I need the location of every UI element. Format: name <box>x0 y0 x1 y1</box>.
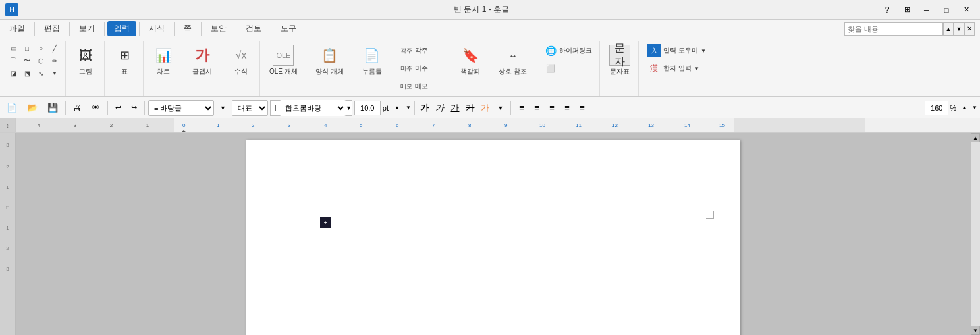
search-input[interactable] <box>844 22 943 36</box>
menu-review[interactable]: 검토 <box>239 21 268 36</box>
font-size-up-btn[interactable]: ▲ <box>391 100 400 116</box>
memo-btn[interactable]: 메모 메모 <box>396 78 447 95</box>
shape-down-btn[interactable]: ▼ <box>48 67 61 79</box>
open-btn[interactable]: 📂 <box>23 100 41 116</box>
charmap-btn[interactable]: 문자 문자표 <box>605 42 634 79</box>
font-more-btn[interactable]: ▼ <box>494 100 507 116</box>
menu-file[interactable]: 파일 <box>3 21 32 36</box>
para-select[interactable]: 대표 <box>232 100 268 116</box>
help-button[interactable]: ? <box>879 3 896 16</box>
search-close-button[interactable]: ✕ <box>964 22 975 36</box>
shape-line-btn[interactable]: ╱ <box>48 42 61 54</box>
chart-btn[interactable]: 📊 차트 <box>149 42 178 79</box>
document-area[interactable]: + <box>16 133 971 335</box>
shape-poly-btn[interactable]: ⬡ <box>34 55 47 66</box>
shape-arc-btn[interactable]: ⌒ <box>7 55 20 66</box>
crossref-btn[interactable]: ↔ 상호 참조 <box>495 42 531 79</box>
strikethrough-btn[interactable]: 가 <box>464 100 477 116</box>
clipart-btn[interactable]: 가 글맵시 <box>188 42 217 79</box>
menu-page[interactable]: 쪽 <box>177 21 198 36</box>
search-up-button[interactable]: ▲ <box>943 22 954 36</box>
shape-more1-btn[interactable]: ◪ <box>7 67 20 79</box>
outline-btn[interactable]: 가 <box>479 100 492 116</box>
shape-square-btn[interactable]: □ <box>20 42 34 54</box>
bookmark-icon: 🔖 <box>460 45 481 66</box>
print-btn[interactable]: 🖨 <box>69 100 86 116</box>
footnote-btn[interactable]: 각주 각주 <box>396 42 447 59</box>
undo-btn[interactable]: ↩ <box>111 100 125 116</box>
scroll-track[interactable] <box>971 142 980 326</box>
shape-circle-btn[interactable]: ○ <box>34 42 47 54</box>
bookmark-btn[interactable]: 🔖 책갈피 <box>456 42 485 79</box>
input-helper-btn[interactable]: 入 입력 도우미 ▼ <box>644 42 709 59</box>
svg-marker-20 <box>180 130 188 132</box>
shape-more2-btn[interactable]: ⬔ <box>20 67 34 79</box>
table-btn[interactable]: ⊞ 표 <box>110 42 139 79</box>
minimize-button[interactable]: ─ <box>918 3 935 16</box>
document-page[interactable]: + <box>246 140 740 335</box>
hanja-input-btn[interactable]: 漢 한자 입력 ▼ <box>644 60 709 77</box>
underline-btn[interactable]: 가 <box>449 100 462 116</box>
italic-btn[interactable]: 가 <box>433 100 447 116</box>
menu-bar: 파일 편집 보기 입력 서식 쪽 보안 검토 도구 <box>0 20 306 38</box>
input-helper-icon: 入 <box>647 44 661 57</box>
endnote-btn[interactable]: 미주 미주 <box>396 60 447 77</box>
font-size-down-btn[interactable]: ▼ <box>402 100 411 116</box>
form-btn[interactable]: 📋 양식 개체 <box>312 42 348 79</box>
hyperlink-btn[interactable]: 🌐 하이퍼링크 <box>541 42 595 59</box>
style-select[interactable]: ≡ 바탕글 <box>148 100 214 116</box>
horizontal-ruler: -4 -3 -2 -1 0 1 2 3 4 5 6 7 8 9 10 11 12… <box>16 118 980 132</box>
zoom-input[interactable] <box>925 101 948 115</box>
shape-curve-btn[interactable]: 〜 <box>20 55 34 66</box>
search-down-button[interactable]: ▼ <box>954 22 964 36</box>
ribbon-group-ole: OLE OLE 개체 <box>261 41 306 96</box>
align-buttons: ≡ ≡ ≡ ≡ ≡ <box>514 101 589 115</box>
input-helper-arrow: ▼ <box>701 48 706 54</box>
preview-btn[interactable]: 👁 <box>88 100 104 116</box>
menu-format[interactable]: 서식 <box>142 21 171 36</box>
svg-text:4: 4 <box>324 122 327 128</box>
align-center-btn[interactable]: ≡ <box>530 101 544 115</box>
ole-btn[interactable]: OLE OLE 개체 <box>265 42 302 79</box>
formula-btn[interactable]: √x 수식 <box>227 42 256 79</box>
shape-freehand-btn[interactable]: ✏ <box>48 55 61 66</box>
pin-button[interactable]: ⊞ <box>898 3 915 16</box>
redo-btn[interactable]: ↪ <box>127 100 141 116</box>
font-select[interactable]: 합초롬바탕 <box>280 100 346 116</box>
font-size-input[interactable] <box>354 101 381 115</box>
menu-edit[interactable]: 편집 <box>38 21 67 36</box>
ribbon-group-charmap: 문자 문자표 <box>601 41 639 96</box>
svg-text:1: 1 <box>217 122 220 128</box>
bold-btn[interactable]: 가 <box>418 100 431 116</box>
align-distribute-btn[interactable]: ≡ <box>575 101 589 115</box>
svg-text:8: 8 <box>468 122 472 128</box>
menu-view[interactable]: 보기 <box>72 21 101 36</box>
font-arrow-btn[interactable]: ▼ <box>346 105 352 111</box>
align-left-btn[interactable]: ≡ <box>514 101 529 115</box>
scroll-down-btn[interactable]: ▼ <box>971 326 980 335</box>
menu-security[interactable]: 보안 <box>204 21 233 36</box>
menu-tools[interactable]: 도구 <box>274 21 303 36</box>
maximize-button[interactable]: □ <box>938 3 955 16</box>
hyperlink-more-btn[interactable]: ⬜ <box>541 60 595 77</box>
style-arrow-btn[interactable]: ▼ <box>216 100 230 116</box>
ribbon-group-bookmark: 🔖 책갈피 <box>452 41 489 96</box>
press-btn[interactable]: 📄 누름틀 <box>358 42 387 79</box>
new-btn[interactable]: 📄 <box>3 100 21 116</box>
formula-icon: √x <box>231 45 252 66</box>
zoom-down-btn[interactable]: ▼ <box>968 100 977 116</box>
scroll-up-btn[interactable]: ▲ <box>971 133 980 142</box>
ruler-corner[interactable]: ↕ <box>0 118 16 132</box>
align-justify-btn[interactable]: ≡ <box>560 101 574 115</box>
image-btn[interactable]: 🖼 그림 <box>71 42 100 79</box>
svg-text:12: 12 <box>612 122 618 128</box>
ribbon-group-notes: 각주 각주 미주 미주 메모 메모 교정 교정 부호 <box>393 41 451 96</box>
menu-input[interactable]: 입력 <box>107 21 136 36</box>
close-button[interactable]: ✕ <box>958 3 975 16</box>
save-btn[interactable]: 💾 <box>43 100 62 116</box>
zoom-up-btn[interactable]: ▲ <box>958 100 967 116</box>
shape-rect-btn[interactable]: ▭ <box>7 42 20 54</box>
align-right-btn[interactable]: ≡ <box>545 101 559 115</box>
hyperlink-icon: 🌐 <box>544 44 557 57</box>
shape-more3-btn[interactable]: ⤡ <box>34 67 47 79</box>
